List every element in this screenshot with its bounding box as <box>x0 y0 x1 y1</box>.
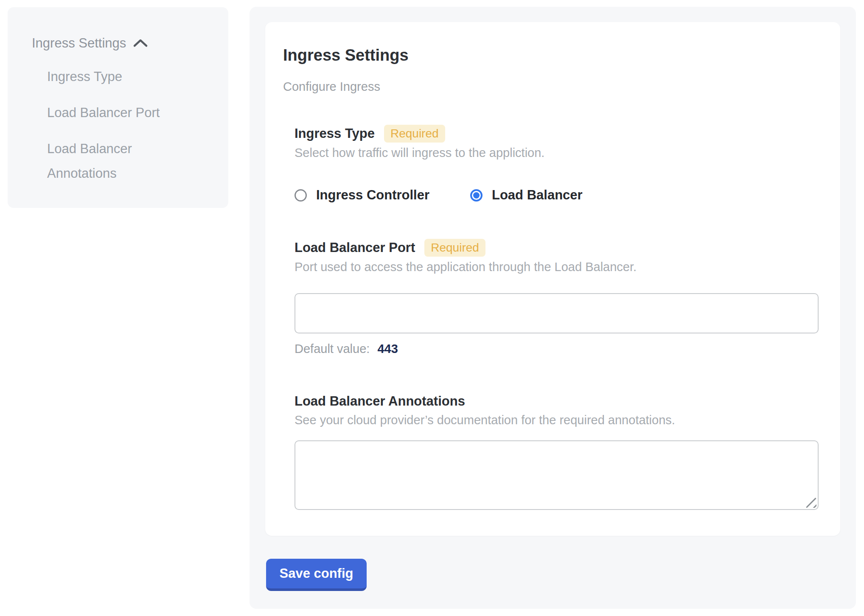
page-title: Ingress Settings <box>283 46 819 64</box>
lb-port-label: Load Balancer Port <box>295 239 415 256</box>
radio-option-ingress-controller[interactable]: Ingress Controller <box>295 187 429 204</box>
radio-load-balancer[interactable] <box>470 189 482 202</box>
lb-annotations-label: Load Balancer Annotations <box>295 393 465 410</box>
lb-annotations-textarea-wrap <box>295 440 819 510</box>
sidebar-item-load-balancer-port[interactable]: Load Balancer Port <box>47 101 183 125</box>
lb-port-description: Port used to access the application thro… <box>295 259 819 274</box>
radio-option-load-balancer[interactable]: Load Balancer <box>470 187 583 204</box>
required-badge: Required <box>384 125 445 143</box>
default-value-label: Default value: <box>295 342 370 356</box>
sidebar-item-ingress-settings[interactable]: Ingress Settings <box>32 35 216 52</box>
save-config-button[interactable]: Save config <box>266 559 367 591</box>
sidebar-item-load-balancer-annotations[interactable]: Load Balancer Annotations <box>47 137 183 186</box>
ingress-type-label: Ingress Type <box>295 125 375 142</box>
form-sections: Ingress Type Required Select how traffic… <box>295 125 819 510</box>
ingress-type-heading-row: Ingress Type Required <box>295 125 819 143</box>
default-value: 443 <box>377 342 398 356</box>
ingress-settings-card: Ingress Settings Configure Ingress Ingre… <box>265 22 840 536</box>
lb-annotations-description: See your cloud provider’s documentation … <box>295 412 819 428</box>
required-badge: Required <box>424 239 485 257</box>
config-panel: Ingress Settings Configure Ingress Ingre… <box>250 7 856 609</box>
default-value-row: Default value: 443 <box>295 341 819 356</box>
radio-ingress-controller[interactable] <box>295 189 307 202</box>
radio-label-ingress-controller: Ingress Controller <box>316 187 429 204</box>
settings-nav-card: Ingress Settings Ingress Type Load Balan… <box>8 7 228 208</box>
section-ingress-type: Ingress Type Required Select how traffic… <box>295 125 819 204</box>
nav-items: Ingress Type Load Balancer Port Load Bal… <box>32 64 216 186</box>
chevron-up-icon <box>133 38 148 48</box>
page-subtitle: Configure Ingress <box>283 79 819 94</box>
ingress-type-description: Select how traffic will ingress to the a… <box>295 145 819 160</box>
radio-label-load-balancer: Load Balancer <box>492 187 583 204</box>
section-load-balancer-port: Load Balancer Port Required Port used to… <box>295 239 819 356</box>
ingress-type-radio-group: Ingress Controller Load Balancer <box>295 187 819 204</box>
section-load-balancer-annotations: Load Balancer Annotations See your cloud… <box>295 393 819 510</box>
sidebar-item-ingress-type[interactable]: Ingress Type <box>47 64 183 89</box>
nav-section-label: Ingress Settings <box>32 35 126 52</box>
load-balancer-annotations-textarea[interactable] <box>295 440 819 510</box>
lb-port-heading-row: Load Balancer Port Required <box>295 239 819 257</box>
lb-annotations-heading-row: Load Balancer Annotations <box>295 393 819 410</box>
load-balancer-port-input[interactable] <box>295 293 819 333</box>
